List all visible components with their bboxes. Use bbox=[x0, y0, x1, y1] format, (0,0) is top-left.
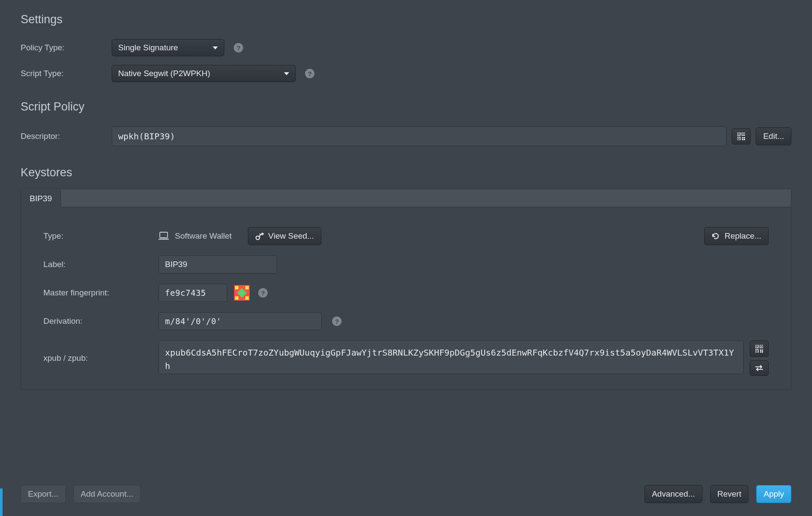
help-icon[interactable]: ? bbox=[234, 43, 243, 52]
add-account-label: Add Account... bbox=[81, 489, 134, 499]
help-icon[interactable]: ? bbox=[332, 316, 342, 326]
tab-bip39[interactable]: BIP39 bbox=[21, 190, 61, 207]
chevron-down-icon bbox=[213, 46, 218, 49]
label-label: Label: bbox=[43, 260, 159, 269]
svg-rect-7 bbox=[744, 137, 745, 138]
help-icon[interactable]: ? bbox=[305, 69, 314, 78]
apply-button[interactable]: Apply bbox=[756, 485, 791, 503]
svg-rect-21 bbox=[760, 351, 761, 353]
qr-icon bbox=[737, 132, 745, 140]
apply-label: Apply bbox=[763, 489, 784, 499]
fingerprint-label: Master fingerprint: bbox=[43, 288, 159, 298]
derivation-input[interactable] bbox=[159, 312, 322, 330]
key-icon bbox=[255, 232, 264, 240]
policy-type-value: Single Signature bbox=[118, 43, 178, 52]
tab-label: BIP39 bbox=[30, 194, 52, 203]
view-seed-button[interactable]: View Seed... bbox=[248, 227, 321, 245]
fingerprint-input[interactable] bbox=[159, 284, 227, 302]
laptop-icon bbox=[159, 232, 169, 240]
export-button[interactable]: Export... bbox=[21, 485, 66, 503]
descriptor-input[interactable] bbox=[112, 126, 727, 146]
type-label: Type: bbox=[43, 231, 159, 241]
svg-rect-5 bbox=[739, 138, 739, 139]
svg-rect-3 bbox=[743, 133, 744, 134]
advanced-label: Advanced... bbox=[652, 489, 695, 499]
type-value: Software Wallet bbox=[175, 231, 232, 241]
label-input[interactable] bbox=[159, 255, 277, 273]
keystores-panel: BIP39 Type: Software Wallet View Seed... bbox=[21, 189, 791, 390]
footer-bar: Export... Add Account... Advanced... Rev… bbox=[21, 485, 791, 503]
left-accent-bar bbox=[0, 488, 3, 516]
edit-label: Edit... bbox=[763, 132, 784, 141]
replace-label: Replace... bbox=[724, 231, 761, 241]
swap-arrows-icon bbox=[755, 365, 763, 372]
script-type-label: Script Type: bbox=[21, 69, 112, 78]
script-policy-heading: Script Policy bbox=[21, 100, 791, 114]
replace-button[interactable]: Replace... bbox=[704, 227, 769, 245]
xpub-label: xpub / zpub: bbox=[43, 353, 159, 363]
svg-rect-19 bbox=[760, 350, 761, 351]
derivation-label: Derivation: bbox=[43, 316, 159, 326]
revert-label: Revert bbox=[717, 489, 742, 499]
xpub-input[interactable] bbox=[159, 341, 744, 374]
qr-icon bbox=[755, 345, 763, 353]
svg-rect-1 bbox=[739, 133, 739, 134]
fingerprint-identicon bbox=[234, 285, 250, 301]
descriptor-label: Descriptor: bbox=[21, 132, 112, 141]
svg-rect-18 bbox=[756, 350, 757, 351]
export-label: Export... bbox=[28, 489, 58, 499]
undo-icon bbox=[711, 232, 720, 240]
view-seed-label: View Seed... bbox=[268, 231, 314, 241]
svg-rect-8 bbox=[742, 139, 743, 140]
policy-type-select[interactable]: Single Signature bbox=[112, 39, 224, 56]
add-account-button[interactable]: Add Account... bbox=[73, 485, 141, 503]
svg-rect-6 bbox=[742, 137, 743, 138]
help-icon[interactable]: ? bbox=[258, 288, 268, 298]
keystores-heading: Keystores bbox=[21, 166, 791, 179]
svg-rect-22 bbox=[762, 351, 763, 353]
advanced-button[interactable]: Advanced... bbox=[644, 485, 702, 503]
xpub-swap-button[interactable] bbox=[750, 360, 769, 376]
descriptor-qr-button[interactable] bbox=[732, 128, 751, 144]
svg-rect-10 bbox=[160, 232, 168, 238]
svg-rect-14 bbox=[756, 346, 757, 347]
svg-rect-20 bbox=[762, 350, 763, 351]
script-type-select[interactable]: Native Segwit (P2WPKH) bbox=[112, 65, 296, 82]
svg-rect-16 bbox=[761, 346, 762, 347]
edit-descriptor-button[interactable]: Edit... bbox=[756, 127, 791, 145]
svg-rect-9 bbox=[744, 139, 745, 140]
svg-rect-11 bbox=[159, 239, 169, 240]
chevron-down-icon bbox=[284, 72, 289, 75]
xpub-qr-button[interactable] bbox=[750, 341, 769, 357]
policy-type-label: Policy Type: bbox=[21, 43, 112, 52]
keystore-tabs: BIP39 bbox=[21, 189, 791, 207]
revert-button[interactable]: Revert bbox=[710, 485, 749, 503]
settings-heading: Settings bbox=[21, 13, 791, 26]
script-type-value: Native Segwit (P2WPKH) bbox=[118, 69, 210, 78]
